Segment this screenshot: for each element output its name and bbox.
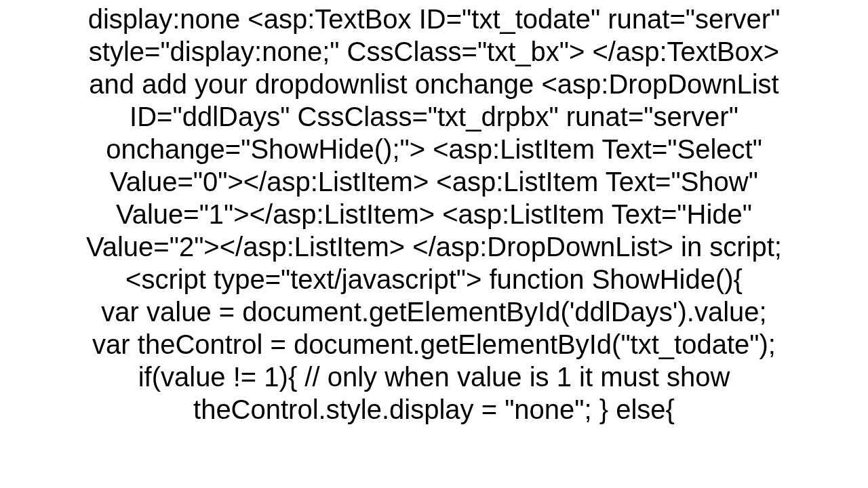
text-snippet-block: display:none <asp:TextBox ID="txt_todate… [0, 0, 868, 426]
text-line: var value = document.getElementById('ddl… [5, 296, 863, 328]
text-line: onchange="ShowHide();"> <asp:ListItem Te… [5, 133, 863, 165]
text-line: Value="0"></asp:ListItem> <asp:ListItem … [5, 165, 863, 198]
text-line: display:none <asp:TextBox ID="txt_todate… [5, 3, 863, 35]
text-line: Value="1"></asp:ListItem> <asp:ListItem … [5, 198, 863, 230]
text-line: style="display:none;" CssClass="txt_bx">… [5, 35, 863, 68]
text-line: <script type="text/javascript"> function… [5, 263, 863, 296]
text-line: Value="2"></asp:ListItem> </asp:DropDown… [5, 230, 863, 263]
text-line: and add your dropdownlist onchange <asp:… [5, 68, 863, 100]
text-line: theControl.style.display = "none"; } els… [5, 393, 863, 426]
text-line: ID="ddlDays" CssClass="txt_drpbx" runat=… [5, 100, 863, 133]
text-line: if(value != 1){ // only when value is 1 … [5, 361, 863, 393]
text-line: var theControl = document.getElementById… [5, 328, 863, 361]
